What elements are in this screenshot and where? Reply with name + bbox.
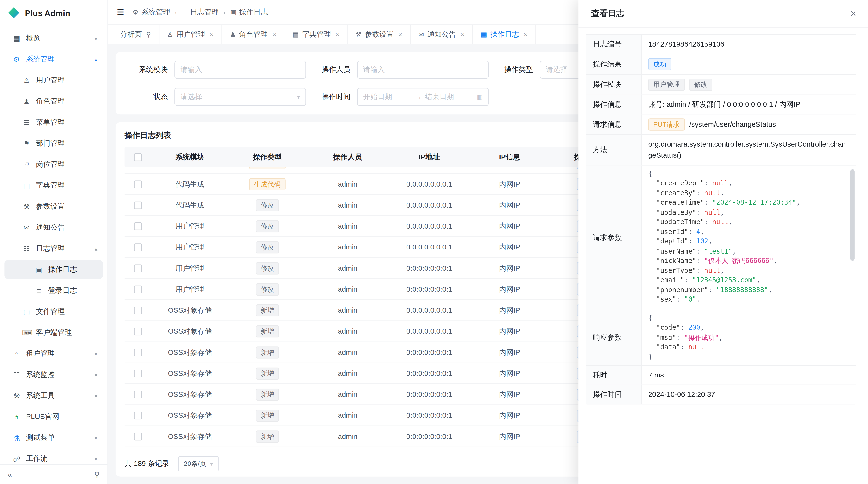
detail-row-duration: 耗时 7 ms	[586, 366, 856, 385]
sidebar-item-通知公告[interactable]: ✉通知公告	[4, 218, 103, 237]
row-checkbox[interactable]	[134, 181, 142, 188]
app-logo[interactable]: Plus Admin	[0, 0, 107, 26]
operation-type-tag: 修改	[256, 220, 279, 232]
sidebar-item-登录日志[interactable]: ≡登录日志	[4, 281, 103, 300]
sidebar-item-租户管理[interactable]: ⌂租户管理▾	[4, 344, 103, 363]
tab-用户管理[interactable]: ♙用户管理×	[159, 25, 222, 44]
module-input[interactable]: 请输入	[174, 61, 306, 78]
sidebar-item-系统管理[interactable]: ⚙系统管理▴	[4, 50, 103, 69]
cell-operation-type: 新增	[228, 388, 306, 400]
row-checkbox[interactable]	[134, 349, 142, 356]
tab-通知公告[interactable]: ✉通知公告×	[411, 25, 473, 44]
cell-operator: admin	[306, 390, 389, 398]
close-icon[interactable]: ×	[850, 8, 857, 19]
cell-ip-info: 内网IP	[469, 410, 550, 420]
scrollbar-thumb[interactable]	[850, 169, 855, 261]
page-size-select[interactable]: 20条/页 ▾	[178, 456, 219, 472]
tab-label: 通知公告	[427, 29, 456, 39]
hamburger-menu-icon[interactable]: ☰	[117, 7, 124, 17]
menu-item-label: 岗位管理	[36, 159, 97, 169]
sidebar-item-用户管理[interactable]: ♙用户管理	[4, 71, 103, 90]
cell-operation-type: 新增	[228, 430, 306, 443]
column-header-操作类型: 操作类型	[228, 152, 306, 162]
operation-type-tag: 生成代码	[249, 178, 286, 190]
breadcrumb-item-日志管理[interactable]: ☷日志管理	[181, 7, 219, 17]
operator-input[interactable]: 请输入	[357, 61, 489, 78]
chevron-up-icon: ▴	[95, 246, 98, 251]
pin-icon[interactable]: ⚲	[146, 30, 151, 38]
sidebar-item-工作流[interactable]: ☍工作流▾	[4, 449, 103, 464]
cell-ip-address: 0:0:0:0:0:0:0:1	[389, 285, 469, 293]
close-tab-icon[interactable]: ×	[398, 30, 402, 38]
tab-参数设置[interactable]: ⚒参数设置×	[348, 25, 411, 44]
select-all-checkbox[interactable]	[134, 154, 142, 161]
sidebar-item-字典管理[interactable]: ▤字典管理	[4, 176, 103, 195]
row-checkbox[interactable]	[134, 433, 142, 441]
request-params-code[interactable]: { "createDept": null, "createBy": null, …	[648, 169, 849, 306]
tab-分析页[interactable]: 分析页⚲	[112, 25, 159, 44]
row-checkbox[interactable]	[134, 412, 142, 420]
menu-item-label: PLUS官网	[26, 412, 97, 422]
menu-item-label: 登录日志	[48, 286, 97, 295]
status-select[interactable]: 请选择 ▾	[174, 88, 306, 105]
chevron-down-icon: ▾	[210, 460, 213, 467]
sidebar-item-测试菜单[interactable]: ⚗测试菜单▾	[4, 428, 103, 447]
sidebar-item-客户端管理[interactable]: ⌨客户端管理	[4, 323, 103, 342]
monitor-icon: ☵	[12, 370, 21, 379]
menu-item-label: 概览	[26, 33, 95, 43]
sidebar-item-日志管理[interactable]: ☷日志管理▴	[4, 239, 103, 258]
workflow-icon: ☍	[12, 455, 21, 463]
row-checkbox[interactable]	[134, 328, 142, 335]
tab-字典管理[interactable]: ▤字典管理×	[285, 25, 348, 44]
tab-操作日志[interactable]: ▣操作日志×	[473, 25, 536, 44]
cell-ip-address: 0:0:0:0:0:0:0:1	[389, 432, 469, 440]
cell-system-module: 用户管理	[151, 242, 228, 252]
row-checkbox[interactable]	[134, 167, 142, 167]
sidebar-item-概览[interactable]: ▦概览▾	[4, 29, 103, 47]
row-checkbox[interactable]	[134, 244, 142, 251]
row-checkbox[interactable]	[134, 265, 142, 272]
close-tab-icon[interactable]: ×	[523, 30, 528, 38]
sidebar-item-系统工具[interactable]: ⚒系统工具▾	[4, 386, 103, 405]
date-range-picker[interactable]: 开始日期 → 结束日期 ▦	[357, 88, 489, 105]
cell-operation-type: 生成代码	[228, 167, 306, 169]
cell-operator: admin	[306, 369, 389, 377]
row-checkbox[interactable]	[134, 370, 142, 378]
row-checkbox[interactable]	[134, 286, 142, 293]
operator-input-placeholder: 请输入	[363, 65, 483, 75]
sidebar-item-文件管理[interactable]: ▢文件管理	[4, 302, 103, 321]
close-tab-icon[interactable]: ×	[272, 30, 276, 38]
log-icon: ☷	[181, 8, 187, 16]
sidebar-item-岗位管理[interactable]: ⚐岗位管理	[4, 155, 103, 174]
code-scrollbar[interactable]	[850, 169, 855, 306]
status-select-placeholder: 请选择	[180, 92, 293, 102]
row-checkbox[interactable]	[134, 223, 142, 230]
row-checkbox[interactable]	[134, 391, 142, 399]
tab-角色管理[interactable]: ♟角色管理×	[222, 25, 285, 44]
row-checkbox[interactable]	[134, 201, 142, 209]
field-label-info: 操作信息	[586, 95, 642, 114]
row-checkbox[interactable]	[134, 307, 142, 315]
breadcrumb-item-操作日志[interactable]: ▣操作日志	[230, 7, 268, 17]
sidebar-item-部门管理[interactable]: ⚑部门管理	[4, 134, 103, 153]
row-checkbox-cell	[125, 285, 151, 294]
operation-type-tag: 新增	[256, 304, 279, 317]
sidebar-item-角色管理[interactable]: ♟角色管理	[4, 92, 103, 110]
breadcrumb-item-系统管理[interactable]: ⚙系统管理	[133, 7, 170, 17]
sidebar-item-操作日志[interactable]: ▣操作日志	[4, 260, 103, 279]
cell-operation-type: 新增	[228, 346, 306, 358]
row-checkbox-cell	[125, 167, 151, 167]
collapse-sidebar-icon[interactable]: «	[8, 471, 12, 479]
gear-icon: ⚙	[133, 8, 138, 16]
close-tab-icon[interactable]: ×	[461, 30, 465, 38]
sidebar-item-PLUS官网[interactable]: ♁PLUS官网	[4, 407, 103, 426]
sidebar-item-菜单管理[interactable]: ☰菜单管理	[4, 113, 103, 132]
sidebar-item-参数设置[interactable]: ⚒参数设置	[4, 197, 103, 216]
close-tab-icon[interactable]: ×	[210, 30, 214, 38]
cell-operation-type: 修改	[228, 199, 306, 211]
pin-sidebar-icon[interactable]: ⚲	[94, 471, 100, 479]
response-params-code: { "code": 200, "msg": "操作成功", "data": nu…	[648, 314, 849, 362]
sidebar-item-系统监控[interactable]: ☵系统监控▾	[4, 365, 103, 384]
cell-ip-address: 0:0:0:0:0:0:0:1	[389, 369, 469, 377]
close-tab-icon[interactable]: ×	[335, 30, 340, 38]
